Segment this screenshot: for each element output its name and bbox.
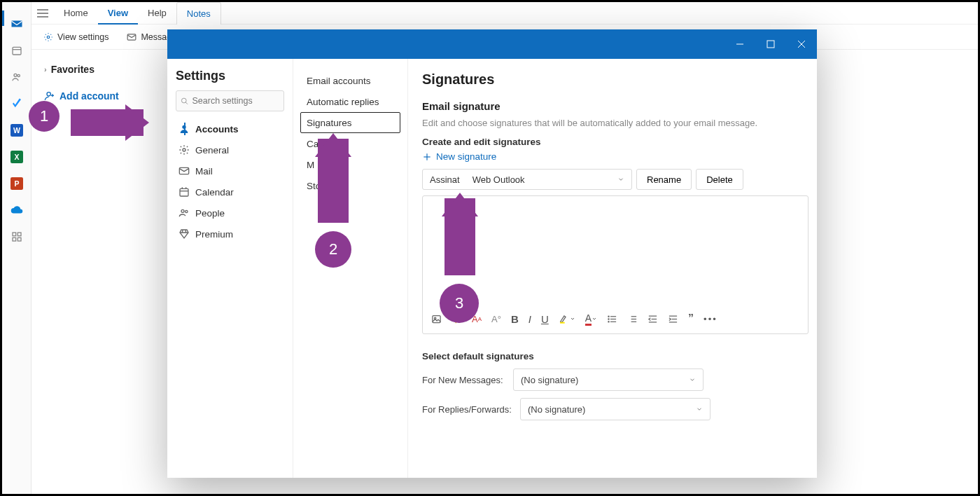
bold-icon[interactable]: B bbox=[511, 313, 519, 325]
settings-title: Settings bbox=[176, 69, 284, 83]
svg-rect-41 bbox=[560, 322, 565, 324]
rename-button[interactable]: Rename bbox=[636, 169, 692, 190]
rail-active-indicator bbox=[2, 11, 4, 26]
cat-accounts-label: Accounts bbox=[195, 124, 239, 135]
chevron-right-icon: › bbox=[44, 65, 47, 74]
chevron-down-icon bbox=[617, 176, 624, 183]
sub-storage[interactable]: Sto bbox=[300, 175, 400, 196]
font-size-icon[interactable]: A° bbox=[491, 314, 501, 324]
svg-point-2 bbox=[14, 74, 17, 76]
svg-rect-31 bbox=[180, 188, 188, 196]
new-signature-link[interactable]: New signature bbox=[422, 151, 803, 162]
cat-premium[interactable]: Premium bbox=[176, 223, 284, 244]
sub-mobile[interactable]: M bbox=[300, 154, 400, 175]
new-signature-label: New signature bbox=[436, 151, 496, 162]
italic-icon[interactable]: I bbox=[528, 313, 531, 325]
todo-app-icon[interactable] bbox=[9, 96, 24, 111]
chevron-down-icon bbox=[689, 376, 696, 383]
cat-mail[interactable]: Mail bbox=[176, 160, 284, 181]
svg-point-19 bbox=[47, 92, 50, 96]
onedrive-app-icon[interactable] bbox=[9, 202, 24, 218]
cat-calendar-label: Calendar bbox=[195, 187, 234, 198]
svg-rect-13 bbox=[18, 237, 21, 241]
favorites-label: Favorites bbox=[51, 64, 94, 75]
minimize-button[interactable] bbox=[724, 29, 755, 59]
annotation-badge-1: 1 bbox=[29, 101, 59, 132]
powerpoint-app-icon[interactable]: P bbox=[9, 176, 24, 191]
add-account-link[interactable]: Add account bbox=[31, 86, 186, 106]
cat-accounts[interactable]: Accounts bbox=[176, 118, 284, 139]
cat-people[interactable]: People bbox=[176, 202, 284, 223]
indent-icon[interactable] bbox=[668, 314, 678, 324]
hamburger-icon[interactable] bbox=[31, 2, 54, 25]
main-tabs: Home View Help Notes bbox=[31, 2, 978, 25]
signature-editor[interactable]: AA A° B I U A ” ••• bbox=[422, 195, 808, 334]
for-new-select[interactable]: (No signature) bbox=[513, 368, 704, 391]
favorites-section[interactable]: ›Favorites bbox=[31, 60, 186, 79]
insert-image-icon[interactable] bbox=[431, 314, 442, 324]
svg-rect-23 bbox=[767, 41, 774, 48]
settings-dialog: Settings Accounts General Mail Calendar … bbox=[167, 29, 817, 478]
annotation-arrow-3 bbox=[444, 198, 475, 275]
excel-app-icon[interactable]: X bbox=[9, 149, 24, 165]
numbered-list-icon[interactable] bbox=[627, 314, 638, 324]
for-new-value: (No signature) bbox=[521, 375, 578, 385]
tab-view[interactable]: View bbox=[98, 2, 138, 25]
svg-rect-10 bbox=[13, 233, 16, 236]
for-reply-label: For Replies/Forwards: bbox=[422, 404, 513, 415]
svg-point-46 bbox=[608, 318, 609, 319]
cat-general[interactable]: General bbox=[176, 139, 284, 160]
svg-point-47 bbox=[608, 321, 609, 322]
sub-email-accounts[interactable]: Email accounts bbox=[300, 70, 400, 91]
quote-icon[interactable]: ” bbox=[688, 312, 694, 325]
outdent-icon[interactable] bbox=[648, 314, 658, 324]
annotation-arrow-1 bbox=[71, 109, 144, 136]
cat-mail-label: Mail bbox=[195, 166, 213, 177]
page-title: Signatures bbox=[422, 71, 803, 88]
svg-rect-0 bbox=[13, 47, 21, 55]
cat-calendar[interactable]: Calendar bbox=[176, 181, 284, 202]
calendar-app-icon[interactable] bbox=[9, 43, 24, 58]
svg-point-45 bbox=[608, 316, 609, 317]
annotation-badge-2: 2 bbox=[315, 231, 351, 268]
underline-icon[interactable]: U bbox=[541, 313, 549, 325]
highlight-icon[interactable] bbox=[559, 313, 575, 324]
dialog-titlebar bbox=[167, 29, 817, 59]
svg-text:W: W bbox=[13, 126, 20, 135]
mail-app-icon[interactable] bbox=[9, 16, 24, 32]
tab-help[interactable]: Help bbox=[138, 2, 176, 25]
tab-notes[interactable]: Notes bbox=[176, 2, 221, 25]
close-button[interactable] bbox=[786, 29, 817, 59]
word-app-icon[interactable]: W bbox=[9, 123, 24, 138]
svg-point-36 bbox=[186, 210, 188, 212]
sub-automatic-replies[interactable]: Automatic replies bbox=[300, 91, 400, 112]
app-rail: W X P bbox=[2, 2, 31, 494]
bullet-list-icon[interactable] bbox=[607, 314, 617, 324]
search-settings[interactable] bbox=[176, 90, 284, 111]
search-input[interactable] bbox=[192, 96, 279, 106]
cat-people-label: People bbox=[195, 208, 225, 219]
people-app-icon[interactable] bbox=[9, 69, 24, 85]
add-account-label: Add account bbox=[59, 90, 119, 102]
font-color-icon[interactable]: A bbox=[585, 312, 597, 326]
default-signatures-heading: Select default signatures bbox=[422, 351, 803, 361]
for-new-label: For New Messages: bbox=[422, 375, 506, 385]
delete-button[interactable]: Delete bbox=[696, 169, 743, 190]
svg-point-26 bbox=[181, 98, 186, 103]
tab-home[interactable]: Home bbox=[54, 2, 98, 25]
for-reply-select[interactable]: (No signature) bbox=[520, 398, 710, 420]
more-format-icon[interactable]: ••• bbox=[704, 314, 718, 324]
view-settings-label: View settings bbox=[57, 32, 108, 42]
view-settings-button[interactable]: View settings bbox=[37, 28, 115, 46]
chevron-down-icon bbox=[696, 406, 703, 413]
email-signature-heading: Email signature bbox=[422, 100, 803, 112]
svg-rect-11 bbox=[18, 233, 21, 236]
create-edit-label: Create and edit signatures bbox=[422, 137, 803, 147]
annotation-arrow-2 bbox=[318, 139, 349, 223]
maximize-button[interactable] bbox=[755, 29, 786, 59]
svg-point-35 bbox=[181, 209, 184, 212]
more-apps-icon[interactable] bbox=[9, 229, 24, 244]
svg-rect-12 bbox=[13, 237, 16, 241]
svg-point-17 bbox=[47, 36, 50, 39]
svg-point-29 bbox=[183, 149, 186, 151]
